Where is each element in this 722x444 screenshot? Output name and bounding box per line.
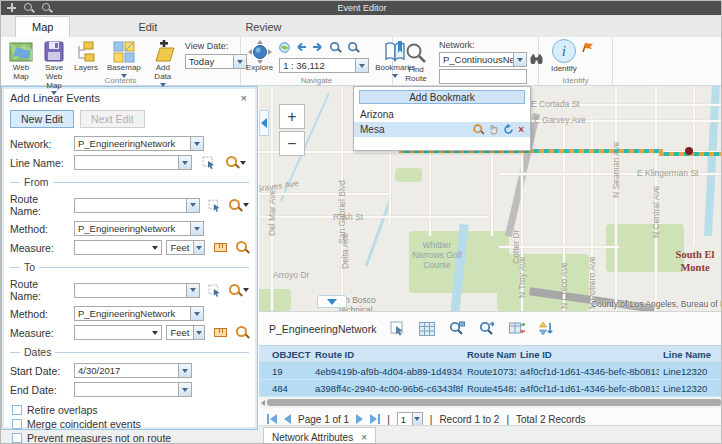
find-route-button[interactable]: Find Route <box>401 39 431 84</box>
from-measure-on-map-icon[interactable] <box>214 243 227 252</box>
map-zoom-out-button[interactable]: − <box>279 131 305 156</box>
previous-page-button[interactable] <box>284 414 291 424</box>
next-page-button[interactable] <box>356 414 363 424</box>
flag-icon[interactable] <box>581 41 594 53</box>
basemap-button[interactable]: Basemap <box>107 40 141 78</box>
tab-network-attributes[interactable]: Network Attributes × <box>263 427 376 444</box>
full-extent-icon[interactable] <box>279 42 290 53</box>
close-tab-icon[interactable]: × <box>361 432 367 443</box>
start-date-arrow[interactable] <box>178 364 191 377</box>
scale-select[interactable]: 1 : 36,112 <box>279 58 369 73</box>
to-measure-field[interactable] <box>74 325 162 340</box>
from-method-arrow[interactable] <box>190 222 203 235</box>
column-header[interactable]: Route ID <box>311 346 463 362</box>
table-row[interactable]: 19 4eb9419b-af9b-4d04-ab89-1d493476802b … <box>259 363 722 380</box>
view-date-select[interactable]: Today <box>185 54 247 69</box>
to-measure-zoom-icon[interactable] <box>236 326 249 339</box>
tab-edit[interactable]: Edit <box>122 17 173 37</box>
tab-review[interactable]: Review <box>229 17 297 37</box>
to-route-zoom-icon[interactable] <box>229 284 242 297</box>
merge-coincident-checkbox[interactable] <box>12 419 22 429</box>
zoom-to-selection-icon[interactable] <box>449 321 465 336</box>
map-zoom-in-button[interactable]: + <box>279 104 305 129</box>
select-line-on-map-icon[interactable] <box>202 156 216 169</box>
related-records-icon[interactable] <box>509 321 525 336</box>
layers-button[interactable]: Layers <box>74 40 98 73</box>
route-search-input[interactable] <box>439 69 527 84</box>
network-field[interactable]: P_EngineeringNetwork <box>74 136 204 151</box>
pan-to-bookmark-icon[interactable] <box>489 124 499 135</box>
page-select[interactable]: 1 <box>397 412 423 426</box>
delete-bookmark-icon[interactable]: × <box>518 124 524 135</box>
save-web-map-menu-arrow[interactable] <box>51 91 57 95</box>
first-page-button[interactable] <box>267 414 277 424</box>
network-dropdown-arrow[interactable] <box>513 53 526 66</box>
to-method-arrow[interactable] <box>190 307 203 320</box>
select-route-on-map-icon[interactable] <box>208 199 222 212</box>
from-route-zoom-menu-arrow[interactable] <box>243 203 249 207</box>
network-field-arrow[interactable] <box>190 137 203 150</box>
page-select-arrow[interactable] <box>412 413 422 425</box>
bookmark-item-arizona[interactable]: Arizona <box>354 107 530 122</box>
line-zoom-icon[interactable] <box>226 156 239 169</box>
column-header[interactable]: Line ID <box>516 346 659 362</box>
column-header[interactable]: Line Name <box>659 346 722 362</box>
collapse-table-arrow[interactable] <box>317 295 347 308</box>
to-route-zoom-menu-arrow[interactable] <box>243 288 249 292</box>
add-bookmark-button[interactable]: Add Bookmark <box>359 90 525 104</box>
from-route-zoom-icon[interactable] <box>229 199 242 212</box>
bookmark-item-mesa[interactable]: Mesa × <box>354 122 530 137</box>
from-method-field[interactable]: P_EngineeringNetwork <box>74 221 204 236</box>
start-date-field[interactable]: 4/30/2017 <box>74 363 192 378</box>
collapse-panel-arrow[interactable] <box>259 110 269 136</box>
ribbon-zoom-in-icon[interactable] <box>330 41 341 52</box>
from-measure-field[interactable] <box>74 240 162 255</box>
line-name-arrow[interactable] <box>178 156 191 169</box>
pan-to-selection-icon[interactable] <box>479 321 495 336</box>
network-select[interactable]: P_ContinuousNetwork <box>439 52 527 67</box>
select-route-on-map-icon[interactable] <box>208 284 222 297</box>
from-measure-spinner[interactable] <box>152 246 158 250</box>
to-route-name-arrow[interactable] <box>186 284 199 297</box>
to-measure-spinner[interactable] <box>152 331 158 335</box>
table-horizontal-scrollbar[interactable] <box>259 397 722 408</box>
from-measure-unit-field[interactable]: Feet <box>166 240 205 255</box>
explore-button[interactable]: Explore <box>246 40 273 78</box>
ribbon-zoom-out-icon[interactable] <box>348 41 359 52</box>
from-route-name-field[interactable] <box>74 198 200 213</box>
next-edit-button[interactable]: Next Edit <box>80 110 145 128</box>
sort-icon[interactable] <box>539 321 554 336</box>
scrollbar-thumb[interactable] <box>267 399 721 406</box>
panel-close-icon[interactable]: × <box>241 92 249 104</box>
retire-overlaps-checkbox[interactable] <box>12 405 22 415</box>
to-unit-arrow[interactable] <box>193 326 204 339</box>
identify-button[interactable]: i Identify <box>551 39 577 74</box>
new-edit-button[interactable]: New Edit <box>10 110 74 128</box>
scroll-left-icon[interactable] <box>261 400 265 406</box>
save-web-map-button[interactable]: Save Web Map <box>43 40 65 95</box>
end-date-arrow[interactable] <box>178 383 191 396</box>
to-method-field[interactable]: P_EngineeringNetwork <box>74 306 204 321</box>
from-measure-zoom-icon[interactable] <box>236 241 249 254</box>
table-row[interactable]: 484 a398ff4c-2940-4c00-96b6-c6343f8f1711… <box>259 380 722 397</box>
next-extent-icon[interactable] <box>312 42 324 52</box>
line-zoom-menu-arrow[interactable] <box>240 161 246 165</box>
scale-dropdown-arrow[interactable] <box>355 59 368 72</box>
last-page-button[interactable] <box>370 414 380 424</box>
from-unit-arrow[interactable] <box>193 241 204 254</box>
previous-extent-icon[interactable] <box>295 42 307 52</box>
to-route-name-field[interactable] <box>74 283 200 298</box>
to-measure-unit-field[interactable]: Feet <box>166 325 205 340</box>
prevent-measures-checkbox[interactable] <box>12 433 22 443</box>
zoom-to-bookmark-icon[interactable] <box>473 124 483 134</box>
tab-map[interactable]: Map <box>15 16 70 37</box>
from-route-name-arrow[interactable] <box>186 199 199 212</box>
update-bookmark-icon[interactable] <box>503 124 514 135</box>
to-measure-on-map-icon[interactable] <box>214 328 227 337</box>
table-icon[interactable] <box>419 322 435 336</box>
column-header[interactable]: Route Name <box>463 346 516 362</box>
column-header[interactable]: OBJECTID <box>259 346 311 362</box>
end-date-field[interactable] <box>74 382 192 397</box>
select-features-icon[interactable] <box>390 321 405 336</box>
line-name-field[interactable] <box>74 155 192 170</box>
